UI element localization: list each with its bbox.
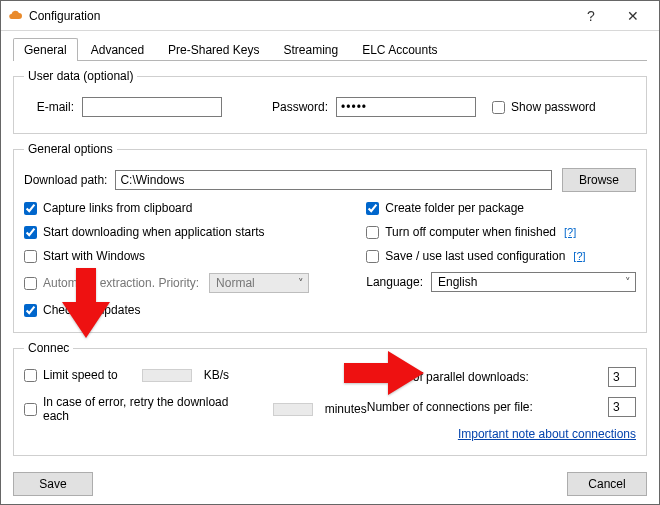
annotation-arrow-right (344, 351, 424, 395)
group-general: General options Download path: Browse Ca… (13, 142, 647, 333)
dialog-footer: Save Cancel (1, 464, 659, 505)
group-connection-legend: Connec (24, 341, 73, 355)
download-path-label: Download path: (24, 173, 107, 187)
show-password-check[interactable] (492, 101, 505, 114)
group-userdata: User data (optional) E-mail: Password: S… (13, 69, 647, 134)
tab-elc[interactable]: ELC Accounts (351, 38, 448, 61)
save-button[interactable]: Save (13, 472, 93, 496)
download-path-input[interactable] (115, 170, 552, 190)
help-link-turnoff[interactable]: [?] (564, 226, 576, 238)
app-icon (7, 9, 23, 23)
group-userdata-legend: User data (optional) (24, 69, 137, 83)
opt-save-config-check[interactable] (366, 250, 379, 263)
password-label: Password: (272, 100, 328, 114)
tab-advanced[interactable]: Advanced (80, 38, 155, 61)
opt-turnoff-check[interactable] (366, 226, 379, 239)
opt-start-windows-check[interactable] (24, 250, 37, 263)
titlebar: Configuration ? ✕ (1, 1, 659, 31)
show-password-checkbox[interactable]: Show password (492, 100, 596, 114)
opt-start-download[interactable]: Start downloading when application start… (24, 225, 342, 239)
email-input[interactable] (82, 97, 222, 117)
limit-speed-input[interactable] (142, 369, 192, 382)
priority-select: Normal (209, 273, 309, 293)
opt-create-folder[interactable]: Create folder per package (366, 201, 636, 215)
close-button[interactable]: ✕ (613, 1, 653, 31)
opt-start-windows[interactable]: Start with Windows (24, 249, 342, 263)
opt-capture-links-check[interactable] (24, 202, 37, 215)
parallel-input[interactable] (608, 367, 636, 387)
connections-note-link[interactable]: Important note about connections (458, 427, 636, 441)
opt-turnoff[interactable]: Turn off computer when finished [?] (366, 225, 636, 239)
config-dialog: Configuration ? ✕ General Advanced Pre-S… (0, 0, 660, 505)
show-password-label: Show password (511, 100, 596, 114)
help-button[interactable]: ? (571, 1, 611, 31)
language-label: Language: (366, 275, 423, 289)
cancel-button[interactable]: Cancel (567, 472, 647, 496)
password-input[interactable] (336, 97, 476, 117)
opt-save-config[interactable]: Save / use last used configuration [?] (366, 249, 636, 263)
language-select[interactable]: English (431, 272, 636, 292)
window-title: Configuration (29, 9, 569, 23)
opt-create-folder-check[interactable] (366, 202, 379, 215)
tab-preshared[interactable]: Pre-Shared Keys (157, 38, 270, 61)
opt-retry[interactable]: In case of error, retry the download eac… (24, 395, 367, 423)
tab-streaming[interactable]: Streaming (272, 38, 349, 61)
email-label: E-mail: (24, 100, 74, 114)
opt-auto-extract-check[interactable] (24, 277, 37, 290)
connections-label: Number of connections per file: (367, 400, 608, 414)
tab-strip: General Advanced Pre-Shared Keys Streami… (13, 37, 647, 61)
opt-start-download-check[interactable] (24, 226, 37, 239)
opt-retry-check[interactable] (24, 403, 37, 416)
opt-capture-links[interactable]: Capture links from clipboard (24, 201, 342, 215)
help-link-saveconfig[interactable]: [?] (573, 250, 585, 262)
client-area: General Advanced Pre-Shared Keys Streami… (1, 31, 659, 464)
annotation-arrow-down (56, 268, 116, 338)
opt-check-updates-check[interactable] (24, 304, 37, 317)
retry-input[interactable] (273, 403, 313, 416)
connections-input[interactable] (608, 397, 636, 417)
group-general-legend: General options (24, 142, 117, 156)
opt-limit-speed-check[interactable] (24, 369, 37, 382)
opt-limit-speed[interactable]: Limit speed to KB/s (24, 368, 367, 382)
tab-general[interactable]: General (13, 38, 78, 61)
group-connection: Connec Limit speed to KB/s In case of er… (13, 341, 647, 456)
browse-button[interactable]: Browse (562, 168, 636, 192)
